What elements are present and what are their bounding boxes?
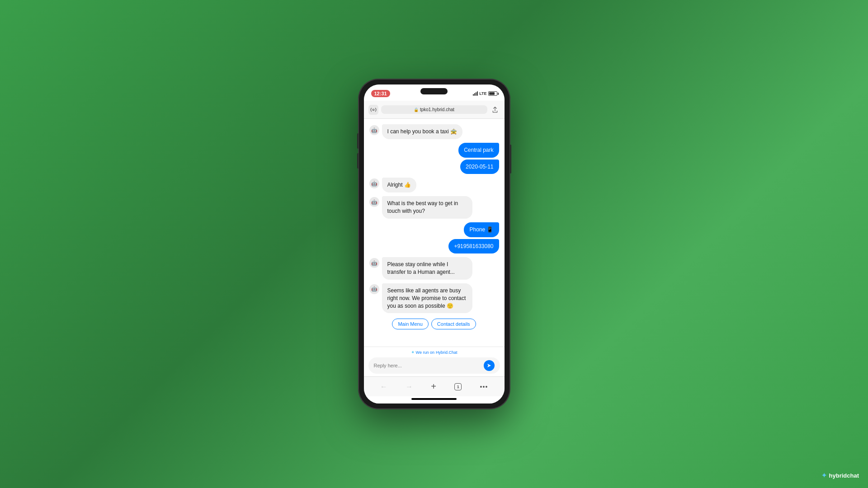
url-bar[interactable]: 🔒 tpko1.hybrid.chat bbox=[381, 105, 487, 114]
main-menu-button[interactable]: Main Menu bbox=[392, 319, 428, 329]
browser-bar[interactable]: 🔒 tpko1.hybrid.chat bbox=[364, 101, 505, 119]
message-row-7: 🤖 Seems like all agents are busy right n… bbox=[369, 283, 499, 313]
back-button[interactable]: ← bbox=[380, 383, 387, 391]
reply-input-row[interactable] bbox=[368, 357, 500, 374]
battery-icon bbox=[488, 91, 497, 96]
bot-avatar-2: 🤖 bbox=[369, 178, 379, 188]
forward-button[interactable]: → bbox=[406, 383, 413, 391]
message-row-4: 🤖 What is the best way to get in touch w… bbox=[369, 196, 499, 219]
user-bubble-phone: Phone 📱 bbox=[464, 222, 499, 237]
notch bbox=[420, 88, 448, 94]
message-row-6: 🤖 Please stay online while I transfer to… bbox=[369, 257, 499, 280]
bot-messages-2: Alright 👍 bbox=[382, 178, 416, 192]
svg-marker-1 bbox=[487, 364, 491, 367]
contact-details-button[interactable]: Contact details bbox=[431, 319, 476, 329]
chat-footer: ✦ We run on Hybrid.Chat bbox=[364, 347, 505, 376]
bot-avatar-5: 🤖 bbox=[369, 284, 379, 294]
hybrid-logo-small: ✦ bbox=[411, 350, 415, 355]
bot-avatar-4: 🤖 bbox=[369, 258, 379, 268]
bot-bubble-1: I can help you book a taxi 🚖 bbox=[382, 124, 462, 139]
message-row-3: 🤖 Alright 👍 bbox=[369, 178, 499, 192]
message-row-5: Phone 📱 +919581633080 bbox=[369, 222, 499, 254]
hybridchat-logo-text: hybridchat bbox=[829, 472, 859, 479]
status-time: 12:31 bbox=[371, 90, 390, 97]
home-bar bbox=[411, 398, 457, 400]
bot-bubble-busy: Seems like all agents are busy right now… bbox=[382, 283, 472, 313]
bot-bubble-alright: Alright 👍 bbox=[382, 178, 416, 192]
chat-area: 🤖 I can help you book a taxi 🚖 Central p… bbox=[364, 119, 505, 347]
tabs-button[interactable]: 1 bbox=[454, 383, 462, 390]
hybridchat-logo-icon: ✦ bbox=[821, 472, 827, 479]
url-text: tpko1.hybrid.chat bbox=[420, 107, 454, 112]
svg-point-0 bbox=[373, 109, 374, 111]
user-bubble-central-park: Central park bbox=[458, 143, 499, 158]
home-bar-container bbox=[364, 396, 505, 404]
bot-avatar-3: 🤖 bbox=[369, 197, 379, 207]
phone-mockup: 12:31 LTE bbox=[359, 79, 510, 409]
lock-icon: 🔒 bbox=[414, 108, 419, 112]
bot-messages-3: What is the best way to get in touch wit… bbox=[382, 196, 472, 219]
quick-replies: Main Menu Contact details bbox=[369, 317, 499, 331]
powered-by-text: We run on bbox=[416, 350, 434, 355]
browser-navigation: ← → + 1 ••• bbox=[364, 376, 505, 396]
powered-by: ✦ We run on Hybrid.Chat bbox=[368, 350, 500, 355]
phone-frame: 12:31 LTE bbox=[359, 79, 510, 409]
bot-bubble-contact: What is the best way to get in touch wit… bbox=[382, 196, 472, 219]
bot-avatar: 🤖 bbox=[369, 125, 379, 135]
bot-messages-5: Seems like all agents are busy right now… bbox=[382, 283, 472, 313]
phone-screen: 12:31 LTE bbox=[364, 84, 505, 404]
message-row-1: 🤖 I can help you book a taxi 🚖 bbox=[369, 124, 499, 139]
battery-fill bbox=[489, 92, 495, 95]
powered-by-link[interactable]: Hybrid.Chat bbox=[436, 350, 458, 355]
status-bar: 12:31 LTE bbox=[364, 84, 505, 101]
user-bubble-date: 2020-05-11 bbox=[460, 160, 499, 174]
reply-input[interactable] bbox=[374, 363, 480, 368]
add-tab-button[interactable]: + bbox=[431, 381, 436, 392]
user-bubble-number: +919581633080 bbox=[448, 239, 499, 254]
bot-bubble-transfer: Please stay online while I transfer to a… bbox=[382, 257, 472, 280]
status-icons: LTE bbox=[473, 91, 497, 96]
tabs-count: 1 bbox=[454, 383, 462, 390]
browser-menu-icon[interactable] bbox=[368, 105, 378, 115]
bot-messages: I can help you book a taxi 🚖 bbox=[382, 124, 462, 139]
bot-messages-4: Please stay online while I transfer to a… bbox=[382, 257, 472, 280]
more-button[interactable]: ••• bbox=[480, 383, 488, 390]
signal-bars bbox=[473, 91, 478, 96]
share-button[interactable] bbox=[490, 105, 500, 115]
message-row-2: Central park 2020-05-11 bbox=[369, 143, 499, 174]
send-button[interactable] bbox=[484, 360, 495, 371]
network-label: LTE bbox=[479, 91, 486, 96]
hybridchat-watermark: ✦ hybridchat bbox=[821, 472, 859, 479]
